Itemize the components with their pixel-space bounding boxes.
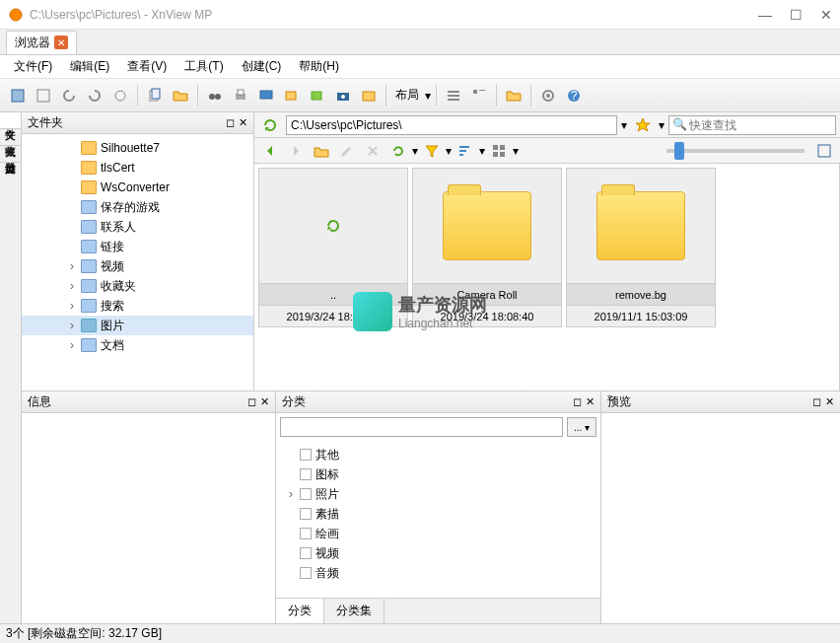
checkbox-icon[interactable] xyxy=(300,508,312,520)
reload-icon[interactable] xyxy=(258,113,282,137)
filter-dd-icon[interactable]: ▾ xyxy=(446,144,452,158)
category-item[interactable]: 绘画 xyxy=(276,524,600,543)
open-folder-icon[interactable] xyxy=(169,84,192,107)
side-tab-filter[interactable]: 分类过滤器 xyxy=(0,146,21,163)
tree-item[interactable]: 联系人 xyxy=(22,217,253,237)
menu-help[interactable]: 帮助(H) xyxy=(291,56,347,77)
tree-item[interactable]: tlsCert xyxy=(22,158,253,178)
sort-dd-icon[interactable]: ▾ xyxy=(479,144,485,158)
checkbox-icon[interactable] xyxy=(300,468,312,480)
favorite-star-icon[interactable] xyxy=(631,113,655,137)
menu-create[interactable]: 创建(C) xyxy=(234,56,290,77)
menu-tools[interactable]: 工具(T) xyxy=(176,56,231,77)
menu-view[interactable]: 查看(V) xyxy=(119,56,175,77)
rotate-dd-icon[interactable] xyxy=(108,84,132,107)
up-folder-icon[interactable] xyxy=(310,139,333,163)
layout-label[interactable]: 布局 xyxy=(391,87,423,104)
side-tab-folders[interactable]: 文件夹 xyxy=(0,112,21,129)
layout-dd-icon[interactable]: ▾ xyxy=(425,89,431,103)
filter-icon[interactable] xyxy=(420,139,444,163)
panel-float-icon[interactable]: ◻ xyxy=(812,395,821,408)
panel-close-icon[interactable]: ✕ xyxy=(239,116,247,129)
thumbnail-item[interactable]: Camera Roll2019/3/24 18:08:40 xyxy=(412,168,562,327)
back-icon[interactable] xyxy=(258,139,282,163)
tab-close-icon[interactable]: ✕ xyxy=(54,36,68,49)
thumbnail-item[interactable]: ..2019/3/24 18:08:19 xyxy=(258,168,408,327)
checkbox-icon[interactable] xyxy=(300,528,312,539)
svg-rect-27 xyxy=(459,154,463,156)
category-item[interactable]: 音频 xyxy=(276,563,600,583)
picture-icon[interactable] xyxy=(357,84,381,107)
maximize-button[interactable]: ☐ xyxy=(790,7,803,23)
category-item[interactable]: ›照片 xyxy=(276,484,600,504)
folder-tree[interactable]: Silhouette7tlsCertWsConverter保存的游戏联系人链接›… xyxy=(22,134,253,391)
convert-icon[interactable] xyxy=(280,84,304,107)
images-icon[interactable] xyxy=(306,84,329,107)
copy-icon[interactable] xyxy=(143,84,167,107)
panel-float-icon[interactable]: ◻ xyxy=(573,395,582,408)
address-dd-icon[interactable]: ▾ xyxy=(621,118,627,132)
panel-float-icon[interactable]: ◻ xyxy=(247,395,256,408)
tree-item[interactable]: ›图片 xyxy=(22,316,253,335)
tree-item[interactable]: ›视频 xyxy=(22,256,253,276)
tree-item[interactable]: WsConverter xyxy=(22,178,253,197)
menu-file[interactable]: 文件(F) xyxy=(6,56,60,77)
print-icon[interactable] xyxy=(229,84,252,107)
tab-category-set[interactable]: 分类集 xyxy=(324,599,385,623)
tree-item[interactable]: ›文档 xyxy=(22,335,253,355)
thumbnail-item[interactable]: remove.bg2019/11/1 15:03:09 xyxy=(566,168,716,327)
panel-close-icon[interactable]: ✕ xyxy=(260,395,269,408)
panel-close-icon[interactable]: ✕ xyxy=(586,395,595,408)
category-dd-button[interactable]: ... ▾ xyxy=(567,417,596,437)
tree-item[interactable]: 链接 xyxy=(22,237,253,256)
checkbox-icon[interactable] xyxy=(300,567,312,579)
save-icon[interactable] xyxy=(6,84,30,107)
category-item[interactable]: 素描 xyxy=(276,504,600,524)
thumbnail-grid[interactable]: 量产资源网 Liangchan.net ..2019/3/24 18:08:19… xyxy=(254,164,840,391)
delete-icon[interactable] xyxy=(361,139,385,163)
tree-item[interactable]: 保存的游戏 xyxy=(22,197,253,217)
view-mode-dd-icon[interactable]: ▾ xyxy=(513,144,519,158)
tag-folder-icon[interactable] xyxy=(502,84,525,107)
panel-close-icon[interactable]: ✕ xyxy=(825,395,834,408)
search-input[interactable] xyxy=(668,115,836,135)
view-mode-icon[interactable] xyxy=(487,139,511,163)
settings-icon[interactable] xyxy=(536,84,560,107)
edit-icon[interactable] xyxy=(335,139,359,163)
menu-edit[interactable]: 编辑(E) xyxy=(62,56,117,77)
expand-icon[interactable] xyxy=(812,139,836,163)
category-item[interactable]: 视频 xyxy=(276,543,600,563)
checkbox-icon[interactable] xyxy=(300,547,312,559)
list-view-icon[interactable] xyxy=(442,84,465,107)
address-input[interactable] xyxy=(286,115,617,135)
forward-icon[interactable] xyxy=(284,139,308,163)
rotate-left-icon[interactable] xyxy=(57,84,81,107)
category-item[interactable]: 其他 xyxy=(276,445,600,464)
thumb-size-slider[interactable] xyxy=(666,149,805,153)
category-item[interactable]: 图标 xyxy=(276,464,600,484)
sort-icon[interactable] xyxy=(454,139,477,163)
rotate-right-icon[interactable] xyxy=(83,84,106,107)
tab-browser[interactable]: 浏览器 ✕ xyxy=(6,31,77,54)
svg-rect-17 xyxy=(448,95,459,97)
fullscreen-icon[interactable] xyxy=(32,84,55,107)
monitor-icon[interactable] xyxy=(254,84,278,107)
tree-item[interactable]: Silhouette7 xyxy=(22,138,253,158)
side-tab-favorites[interactable]: 收藏夹 xyxy=(0,129,21,146)
refresh-dd-icon[interactable]: ▾ xyxy=(412,144,418,158)
minimize-button[interactable]: — xyxy=(758,7,772,23)
details-view-icon[interactable] xyxy=(467,84,491,107)
category-input[interactable] xyxy=(280,417,563,437)
close-button[interactable]: ✕ xyxy=(820,7,832,23)
binoculars-icon[interactable] xyxy=(203,84,227,107)
checkbox-icon[interactable] xyxy=(300,488,312,500)
camera-icon[interactable] xyxy=(331,84,355,107)
fav-dd-icon[interactable]: ▾ xyxy=(659,118,665,132)
panel-float-icon[interactable]: ◻ xyxy=(226,116,235,129)
checkbox-icon[interactable] xyxy=(300,449,312,461)
refresh-icon[interactable] xyxy=(386,139,410,163)
tab-category[interactable]: 分类 xyxy=(276,599,324,623)
tree-item[interactable]: ›搜索 xyxy=(22,296,253,316)
help-icon[interactable]: ? xyxy=(562,84,586,107)
tree-item[interactable]: ›收藏夹 xyxy=(22,276,253,296)
